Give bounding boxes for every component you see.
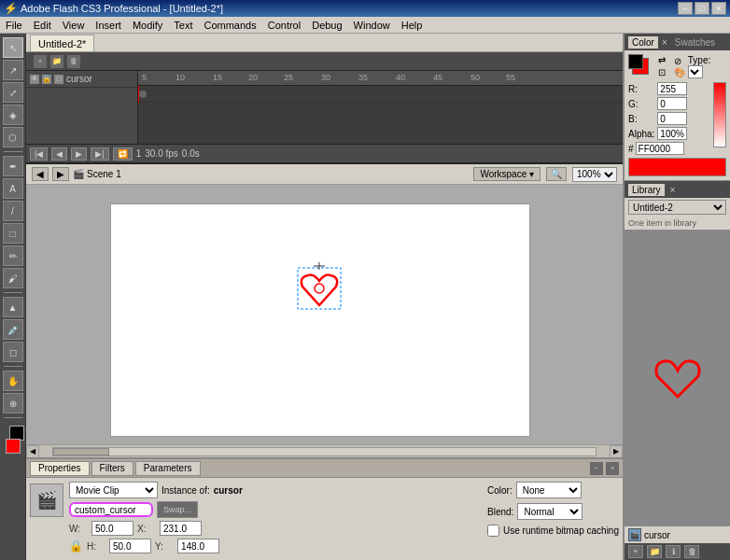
swap-colors-icon[interactable]: ⇄ — [658, 55, 666, 65]
layer-cursor[interactable]: 👁 🔒 □ cursor — [26, 71, 137, 88]
tool-free-transform[interactable]: ⤢ — [3, 82, 23, 103]
playhead[interactable] — [138, 86, 139, 103]
delete-item-btn[interactable]: 🗑 — [684, 545, 699, 558]
layer-lock-icon[interactable]: 🔒 — [42, 75, 51, 84]
step-fwd-btn[interactable]: ▶| — [91, 147, 108, 161]
scroll-right-btn[interactable]: ▶ — [610, 445, 623, 458]
menu-text[interactable]: Text — [168, 17, 198, 33]
library-doc-select[interactable]: Untitled-2 — [628, 200, 726, 215]
layer-visibility-icon[interactable]: 👁 — [30, 75, 39, 84]
scroll-thumb[interactable] — [53, 448, 109, 455]
color-select[interactable]: None Brightness Tint Alpha — [516, 482, 582, 498]
instance-name-input[interactable]: custom_cursor — [69, 502, 153, 517]
color-tab[interactable]: Color — [628, 36, 658, 49]
type-select[interactable]: S — [688, 65, 703, 78]
swatches-tab[interactable]: Swatches — [671, 36, 719, 49]
color-gradient[interactable] — [713, 82, 726, 147]
tool-hand[interactable]: ✋ — [3, 371, 23, 391]
tab-properties[interactable]: Properties — [30, 461, 90, 476]
tool-subselect[interactable]: ↗ — [3, 60, 23, 80]
loop-btn[interactable]: 🔁 — [113, 147, 133, 161]
workspace-button[interactable]: Workspace ▾ — [473, 167, 540, 181]
color-picker-icon[interactable]: 🎨 — [674, 67, 685, 77]
frame-row-cursor[interactable] — [138, 86, 623, 103]
tool-gradient[interactable]: ◈ — [3, 105, 23, 125]
x-value[interactable]: 231.0 — [160, 521, 202, 536]
props-collapse-icon[interactable]: − — [590, 462, 603, 475]
movie-clip-icon[interactable]: 🎬 — [30, 483, 63, 517]
scene-fwd-btn[interactable]: ▶ — [52, 167, 69, 181]
delete-layer-icon[interactable]: 🗑 — [67, 55, 80, 68]
frame-num-45: 45 — [433, 73, 442, 82]
frame-ruler: 5 10 15 20 25 30 35 40 45 50 55 — [138, 71, 623, 86]
menu-edit[interactable]: Edit — [28, 17, 57, 33]
minimize-button[interactable]: − — [678, 2, 693, 15]
properties-btn[interactable]: ℹ — [666, 545, 681, 558]
step-back-btn[interactable]: ◀ — [51, 147, 67, 161]
stroke-color-btn[interactable] — [628, 54, 643, 69]
frame-num-15: 15 — [213, 73, 222, 82]
tool-fill[interactable]: ▲ — [3, 297, 23, 317]
r-input[interactable] — [657, 82, 687, 95]
no-color-icon[interactable]: ⊘ — [674, 56, 685, 66]
tool-lasso[interactable]: ⬡ — [3, 127, 23, 147]
tab-filters[interactable]: Filters — [91, 461, 133, 476]
scroll-left-btn[interactable]: ◀ — [26, 445, 39, 458]
scroll-track[interactable] — [52, 447, 597, 456]
add-folder-icon[interactable]: 📁 — [50, 55, 63, 68]
zoom-icon-btn[interactable]: 🔍 — [546, 167, 567, 181]
maximize-button[interactable]: □ — [695, 2, 709, 15]
menu-file[interactable]: File — [0, 17, 28, 33]
h-value[interactable]: 50.0 — [109, 539, 151, 553]
menu-insert[interactable]: Insert — [90, 17, 127, 33]
library-header: Library × — [625, 181, 730, 198]
close-button[interactable]: × — [711, 2, 726, 15]
add-layer-icon[interactable]: + — [34, 55, 47, 68]
play-stop-btn[interactable]: ▶ — [71, 147, 87, 161]
g-input[interactable] — [657, 97, 687, 110]
scene-back-btn[interactable]: ◀ — [32, 167, 49, 181]
menu-window[interactable]: Window — [348, 17, 396, 33]
tool-pen[interactable]: ✒ — [3, 156, 23, 176]
cache-checkbox[interactable] — [487, 525, 499, 537]
menu-commands[interactable]: Commands — [198, 17, 261, 33]
props-close-icon[interactable]: × — [606, 462, 619, 475]
play-btn[interactable]: |◀ — [30, 147, 48, 161]
hex-input[interactable] — [636, 142, 684, 155]
menu-modify[interactable]: Modify — [127, 17, 168, 33]
menu-view[interactable]: View — [57, 17, 91, 33]
b-input[interactable] — [657, 112, 687, 125]
menu-control[interactable]: Control — [262, 17, 306, 33]
blend-select[interactable]: Normal Layer Multiply — [517, 503, 583, 520]
new-folder-btn[interactable]: 📁 — [647, 545, 662, 558]
menu-help[interactable]: Help — [396, 17, 428, 33]
tool-eraser[interactable]: ◻ — [3, 342, 23, 362]
menu-debug[interactable]: Debug — [306, 17, 347, 33]
canvas-area[interactable]: ◀ ▶ — [26, 185, 623, 457]
y-value[interactable]: 148.0 — [177, 539, 219, 553]
tool-arrow[interactable]: ↖ — [3, 37, 23, 58]
tool-pencil[interactable]: ✏ — [3, 245, 23, 266]
alpha-input[interactable] — [657, 127, 687, 140]
panel-separator: × — [662, 37, 667, 48]
layer-outline-icon[interactable]: □ — [54, 75, 63, 84]
tab-parameters[interactable]: Parameters — [135, 461, 201, 476]
stage[interactable] — [110, 203, 530, 437]
tool-zoom[interactable]: ⊕ — [3, 393, 23, 413]
tool-rect[interactable]: □ — [3, 223, 23, 244]
tool-eyedrop[interactable]: 💉 — [3, 319, 23, 340]
swap-button[interactable]: Swap... — [157, 501, 198, 518]
doc-tab-untitled[interactable]: Untitled-2* — [30, 35, 94, 51]
w-value[interactable]: 50.0 — [91, 521, 133, 536]
tool-line[interactable]: / — [3, 201, 23, 221]
library-tab[interactable]: Library — [628, 184, 665, 196]
tool-text[interactable]: A — [3, 178, 23, 199]
fill-color-swatch[interactable] — [6, 439, 21, 454]
timeline-frames[interactable]: 5 10 15 20 25 30 35 40 45 50 55 — [138, 71, 623, 144]
clip-type-select[interactable]: Movie Clip Button Graphic — [69, 482, 158, 498]
zoom-select[interactable]: 100% 50% 200% — [572, 167, 617, 182]
default-colors-icon[interactable]: ⊡ — [658, 67, 666, 77]
tool-brush[interactable]: 🖌 — [3, 268, 23, 288]
library-close-icon[interactable]: × — [670, 185, 676, 195]
new-symbol-btn[interactable]: + — [628, 545, 643, 558]
